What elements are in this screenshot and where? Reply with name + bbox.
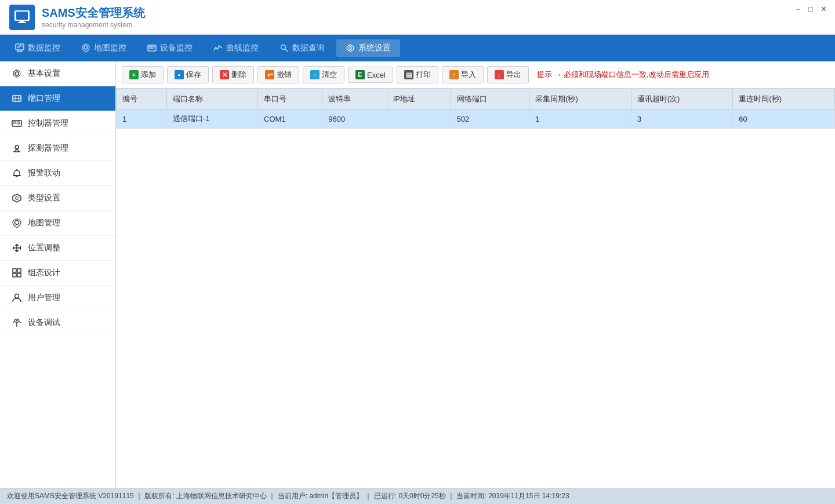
table-container: 编号 端口名称 串口号 波特率 IP地址 网络端口 采集周期(秒) 通讯超时(次… <box>116 89 835 488</box>
nav-item-system-settings[interactable]: 系统设置 <box>336 39 400 57</box>
table-cell: 9600 <box>322 109 387 129</box>
svg-point-33 <box>16 197 19 200</box>
svg-rect-23 <box>13 122 16 123</box>
svg-point-8 <box>84 46 88 49</box>
nav-item-data-monitor[interactable]: 数据监控 <box>6 39 70 57</box>
app-title-group: SAMS安全管理系统 security management system <box>42 5 145 29</box>
svg-marker-37 <box>14 244 19 246</box>
import-icon: ↑ <box>449 70 459 79</box>
sidebar-item-type-settings[interactable]: 类型设置 <box>0 186 115 211</box>
app-subtitle: security management system <box>42 21 145 29</box>
excel-icon: E <box>355 70 365 79</box>
maximize-button[interactable]: □ <box>806 5 815 14</box>
nav-label-map-monitor: 地图监控 <box>94 43 126 53</box>
col-header-ip-address: IP地址 <box>387 89 451 109</box>
svg-rect-3 <box>18 22 26 23</box>
svg-point-34 <box>15 221 19 225</box>
title-bar: SAMS安全管理系统 security management system － … <box>0 0 835 35</box>
clear-label: 清空 <box>322 70 337 80</box>
port-sidebar-icon <box>12 93 22 104</box>
svg-rect-12 <box>154 46 155 48</box>
col-header-port-name: 端口名称 <box>167 89 258 109</box>
window-controls[interactable]: － □ ✕ <box>793 5 828 14</box>
table-row[interactable]: 1通信端口-1COM196005021360 <box>117 109 835 129</box>
controller-sidebar-icon <box>12 118 22 129</box>
svg-rect-42 <box>17 269 21 272</box>
sidebar-item-detector-management[interactable]: 探测器管理 <box>0 136 115 161</box>
nav-item-device-monitor[interactable]: 设备监控 <box>138 39 202 57</box>
sidebar-item-basic-settings[interactable]: 基本设置 <box>0 61 115 86</box>
close-button[interactable]: ✕ <box>819 5 828 14</box>
table-cell: 1 <box>529 109 631 129</box>
svg-rect-26 <box>18 122 20 124</box>
user-sidebar-icon <box>12 293 22 303</box>
svg-rect-11 <box>151 46 153 48</box>
status-bar: 欢迎使用SAMS安全管理系统 V20191115 ｜ 版权所有: 上海物联网信息… <box>0 488 835 504</box>
cancel-button[interactable]: ↩ 撤销 <box>257 66 299 83</box>
sidebar-item-user-management[interactable]: 用户管理 <box>0 286 115 311</box>
table-cell: 通信端口-1 <box>167 109 258 129</box>
svg-rect-25 <box>16 123 17 123</box>
svg-rect-10 <box>149 46 151 48</box>
toolbar: + 添加 ▪ 保存 ✕ 删除 ↩ 撤销 ○ 清空 E Excel <box>116 61 835 89</box>
svg-marker-40 <box>19 246 21 250</box>
sidebar-item-port-management[interactable]: 端口管理 <box>0 86 115 111</box>
sidebar-item-position-adjustment[interactable]: 位置调整 <box>0 236 115 261</box>
excel-button[interactable]: E Excel <box>348 67 393 83</box>
table-cell: 502 <box>451 109 529 129</box>
nav-item-curve-monitor[interactable]: 曲线监控 <box>204 39 268 57</box>
sidebar-label-basic-settings: 基本设置 <box>28 68 60 79</box>
col-header-collect-period: 采集周期(秒) <box>529 89 631 109</box>
col-header-serial-port: 串口号 <box>258 89 322 109</box>
clear-button[interactable]: ○ 清空 <box>303 66 344 83</box>
delete-label: 删除 <box>231 70 246 80</box>
table-header-row: 编号 端口名称 串口号 波特率 IP地址 网络端口 采集周期(秒) 通讯超时(次… <box>117 89 835 109</box>
col-header-comm-timeout: 通讯超时(次) <box>631 89 733 109</box>
sidebar-label-alarm-linkage: 报警联动 <box>28 168 60 178</box>
sidebar-item-controller-management[interactable]: 控制器管理 <box>0 111 115 136</box>
gear-sidebar-icon <box>12 68 22 79</box>
type-sidebar-icon <box>12 193 22 203</box>
detector-sidebar-icon <box>12 143 22 154</box>
sidebar-label-position-adjustment: 位置调整 <box>28 243 60 253</box>
sidebar-item-group-design[interactable]: 组态设计 <box>0 261 115 286</box>
import-label: 导入 <box>461 70 476 80</box>
nav-bar: 数据监控 地图监控 设备监控 曲线监控 数据查询 系统设置 <box>0 35 835 61</box>
sidebar-item-alarm-linkage[interactable]: 报警联动 <box>0 161 115 186</box>
export-button[interactable]: ↓ 导出 <box>487 66 529 83</box>
alarm-sidebar-icon <box>12 168 22 178</box>
sidebar-label-user-management: 用户管理 <box>28 293 60 303</box>
svg-point-14 <box>281 45 286 50</box>
svg-point-45 <box>15 294 19 298</box>
col-header-id: 编号 <box>117 89 167 109</box>
add-button[interactable]: + 添加 <box>122 66 164 83</box>
table-cell: 60 <box>733 109 835 129</box>
print-button[interactable]: ▤ 打印 <box>397 66 438 83</box>
nav-item-data-query[interactable]: 数据查询 <box>270 39 334 57</box>
svg-marker-38 <box>14 250 19 252</box>
excel-label: Excel <box>367 71 386 79</box>
main-layout: 基本设置 端口管理 控制器管理 探测器管理 报警联动 类型设置 地图管理 位置 <box>0 61 835 488</box>
save-icon: ▪ <box>175 70 184 79</box>
table-cell: COM1 <box>258 109 322 129</box>
save-button[interactable]: ▪ 保存 <box>167 66 209 83</box>
svg-marker-39 <box>13 246 14 250</box>
sidebar-item-device-debug[interactable]: 设备调试 <box>0 311 115 335</box>
content-area: + 添加 ▪ 保存 ✕ 删除 ↩ 撤销 ○ 清空 E Excel <box>116 61 835 488</box>
svg-rect-1 <box>16 12 28 20</box>
svg-rect-24 <box>16 122 17 122</box>
delete-button[interactable]: ✕ 删除 <box>212 66 254 83</box>
toolbar-hint: 提示 → 必须和现场端口信息一致,改动后需重启应用 <box>537 70 709 80</box>
import-button[interactable]: ↑ 导入 <box>442 66 484 83</box>
nav-item-map-monitor[interactable]: 地图监控 <box>72 39 136 57</box>
monitor-icon <box>13 9 31 26</box>
nav-label-device-monitor: 设备监控 <box>160 43 193 53</box>
minimize-button[interactable]: － <box>793 5 803 14</box>
sidebar-item-map-management[interactable]: 地图管理 <box>0 211 115 236</box>
svg-rect-43 <box>13 273 16 277</box>
search-nav-icon <box>279 43 289 53</box>
nav-label-data-monitor: 数据监控 <box>28 43 60 53</box>
map-nav-icon <box>81 43 90 53</box>
sidebar-label-device-debug: 设备调试 <box>28 317 60 328</box>
monitor-nav-icon <box>15 43 24 53</box>
